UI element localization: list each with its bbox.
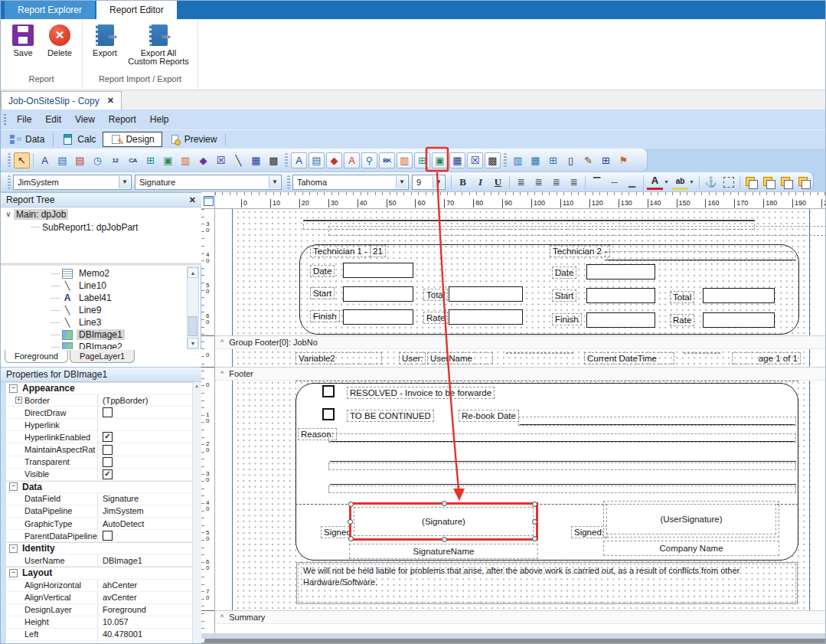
memo-tool-icon[interactable]: ▤: [54, 152, 70, 168]
date-field-box[interactable]: [343, 263, 413, 278]
dbgrid-tool-icon[interactable]: ▦: [449, 152, 465, 168]
start-field-box[interactable]: [586, 288, 655, 303]
tree-item[interactable]: Label41: [1, 292, 186, 304]
horizontal-scrollbar[interactable]: [204, 639, 826, 644]
date-label-element[interactable]: Date: [310, 265, 335, 277]
datapipeline-combo[interactable]: JimSystem ▼: [13, 175, 132, 190]
dbcheckbox-tool-icon[interactable]: ☒: [467, 152, 483, 168]
tree-scrollbar[interactable]: ▲ ▼: [187, 266, 199, 349]
company-name-element[interactable]: Company Name: [603, 541, 779, 556]
property-value[interactable]: [97, 407, 192, 418]
property-row[interactable]: AlignVertical avCenter: [6, 592, 192, 604]
property-row[interactable]: Visible: [6, 469, 192, 481]
italic-icon[interactable]: I: [472, 175, 488, 190]
start-field-box[interactable]: [343, 286, 413, 302]
dblookup-tool-icon[interactable]: ⚲: [361, 152, 377, 168]
empty-element[interactable]: [684, 352, 720, 354]
toolbar-grip[interactable]: [287, 175, 290, 189]
property-value[interactable]: [97, 419, 192, 430]
tab-design[interactable]: Design: [103, 132, 162, 147]
property-value[interactable]: DBImage1: [97, 554, 192, 566]
valign-top-icon[interactable]: ▔: [589, 175, 605, 190]
rebook-label-element[interactable]: Re-book Date: [459, 410, 519, 422]
grid-tool-icon[interactable]: ▦: [248, 152, 264, 168]
menu-file[interactable]: File: [10, 110, 38, 129]
selection-handle[interactable]: [532, 502, 537, 507]
dbrichtext-tool-icon[interactable]: ◆: [326, 152, 342, 168]
toolbar-separator[interactable]: [451, 175, 452, 189]
underline-icon[interactable]: U: [490, 175, 506, 190]
date-label-element[interactable]: Date: [552, 266, 576, 279]
selection-handle[interactable]: [348, 502, 354, 507]
close-icon[interactable]: ✕: [189, 195, 196, 205]
expander-icon[interactable]: +: [15, 397, 22, 404]
chevron-down-icon[interactable]: ▼: [396, 176, 407, 188]
total-label-element[interactable]: Total: [423, 289, 448, 301]
selection-handle[interactable]: [532, 536, 537, 541]
properties-scrollbar[interactable]: [192, 382, 201, 644]
tab-preview[interactable]: Preview: [164, 132, 223, 146]
calc-tool-icon[interactable]: ⊞: [142, 152, 158, 168]
delete-button[interactable]: Delete: [41, 23, 78, 57]
menu-help[interactable]: Help: [143, 110, 176, 129]
property-value[interactable]: [97, 456, 192, 468]
toolbar-separator[interactable]: [509, 175, 510, 189]
toolbar-grip[interactable]: [285, 153, 288, 167]
chevron-down-icon[interactable]: ▼: [269, 176, 280, 188]
collapse-icon[interactable]: ^: [220, 370, 224, 378]
page-count-element[interactable]: age 1 of 1: [732, 352, 801, 364]
property-value[interactable]: [97, 443, 192, 455]
property-row[interactable]: UserName DBImage1: [6, 554, 192, 567]
toolbar-separator[interactable]: [699, 175, 700, 189]
variable-tool-icon[interactable]: 12: [107, 152, 123, 168]
tree-item[interactable]: Line9: [1, 304, 186, 316]
menu-edit[interactable]: Edit: [38, 110, 68, 129]
username-element[interactable]: UserName: [427, 352, 493, 364]
document-tab[interactable]: Job-OnSiteSlip - Copy ✕: [1, 91, 122, 110]
map-tool-icon[interactable]: ⚑: [615, 152, 632, 168]
scrollbar-thumb[interactable]: [188, 316, 198, 336]
line-tool-icon[interactable]: ╲: [230, 152, 246, 168]
property-value[interactable]: [95, 482, 192, 492]
checkbox-tool-icon[interactable]: ☒: [213, 152, 229, 168]
property-row[interactable]: Hyperlink: [6, 419, 192, 431]
property-row[interactable]: DesignLayer Foreground: [6, 604, 192, 616]
continued-label-element[interactable]: TO BE CONTINUED: [347, 410, 434, 422]
band-edge-element[interactable]: [328, 226, 826, 236]
align-left-icon[interactable]: ≣: [513, 175, 529, 190]
scroll-down-icon[interactable]: ▼: [188, 338, 198, 348]
tree-item[interactable]: Memo2: [1, 267, 186, 280]
rate-label-element[interactable]: Rate: [670, 314, 694, 326]
property-value[interactable]: [95, 383, 192, 394]
band-header-footer[interactable]: ^ Footer: [215, 367, 826, 381]
property-value[interactable]: (TppBorder): [97, 394, 192, 406]
dbtext-tool-icon[interactable]: A: [291, 152, 307, 168]
tab-report-editor[interactable]: Report Editor: [96, 1, 177, 19]
property-value[interactable]: [95, 543, 192, 554]
menu-view[interactable]: View: [68, 110, 102, 129]
toolbar-grip[interactable]: [4, 114, 6, 126]
property-row[interactable]: Appearance: [6, 382, 192, 394]
property-value[interactable]: 10.057: [97, 616, 192, 628]
tab-data[interactable]: Data: [5, 132, 50, 146]
send-to-back-icon[interactable]: [761, 175, 777, 190]
barcode-tool-icon[interactable]: ▩: [266, 152, 282, 168]
tree-item[interactable]: Line3: [1, 316, 186, 329]
bring-to-front-icon[interactable]: [743, 175, 759, 190]
technician2-label-element[interactable]: Technician 2 -: [550, 245, 610, 257]
property-value[interactable]: [97, 431, 192, 443]
finish-field-box[interactable]: [343, 309, 413, 325]
select-tool-icon[interactable]: ↖: [14, 152, 30, 168]
toolbar-grip[interactable]: [8, 175, 11, 189]
font-name-combo[interactable]: Tahoma ▼: [292, 175, 409, 190]
matrix-tool-icon[interactable]: ⊞: [598, 152, 614, 168]
property-row[interactable]: + Border (TppBorder): [6, 394, 192, 407]
total-field-box[interactable]: [703, 288, 775, 303]
technician1-label-element[interactable]: Technician 1 -: [310, 245, 371, 257]
datafield-combo[interactable]: Signature ▼: [135, 175, 282, 190]
chart-tool-icon[interactable]: ▥: [178, 152, 194, 168]
band-header-summary[interactable]: ^ Summary: [215, 610, 826, 624]
close-icon[interactable]: ✕: [107, 96, 114, 106]
selection-handle[interactable]: [348, 536, 354, 541]
tree-node-subreport[interactable]: SubReport1: dpJobPart: [1, 221, 201, 234]
